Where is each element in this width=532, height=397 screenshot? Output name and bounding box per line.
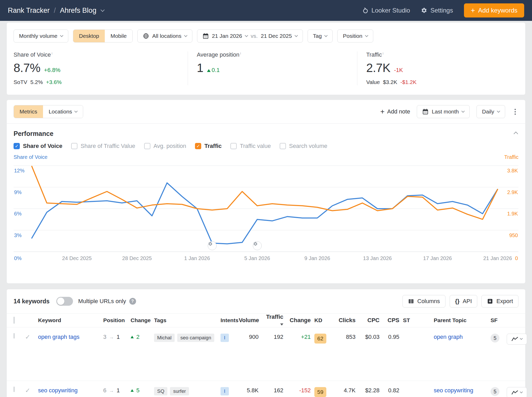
arrow-right-icon: → xyxy=(109,334,114,340)
volume-dropdown[interactable]: Monthly volume xyxy=(14,29,68,43)
sov-value: 8.7% xyxy=(14,61,40,75)
checkbox-traffic[interactable]: ✓Traffic xyxy=(195,143,222,149)
api-button[interactable]: {} API xyxy=(450,295,478,308)
add-keywords-button[interactable]: + Add keywords xyxy=(464,3,524,17)
columns-button[interactable]: Columns xyxy=(402,295,445,308)
note-marker-icon[interactable] xyxy=(208,241,217,250)
right-axis-zero-tick: 0 xyxy=(515,255,518,261)
calendar-icon xyxy=(422,109,429,115)
keywords-panel: 14 keywords Multiple URLs only ? Columns… xyxy=(7,289,525,397)
col-traffic[interactable]: Traffic xyxy=(262,314,287,327)
info-icon[interactable]: i xyxy=(240,51,241,55)
position-dropdown[interactable]: Position xyxy=(337,29,373,43)
col-sf[interactable]: SF xyxy=(491,317,507,323)
export-icon xyxy=(487,298,493,304)
col-cps[interactable]: CPS xyxy=(383,317,403,324)
checkbox-empty-icon xyxy=(71,143,77,149)
left-axis-title: Share of Voice xyxy=(14,154,47,160)
chevron-down-icon[interactable] xyxy=(100,8,105,12)
sf-badge[interactable]: 5 xyxy=(491,334,499,342)
col-st[interactable]: ST xyxy=(403,317,434,323)
help-icon[interactable]: ? xyxy=(129,298,136,305)
performance-title: Performance xyxy=(14,130,53,137)
col-parent-topic[interactable]: Parent Topic xyxy=(434,317,491,323)
col-tags[interactable]: Tags xyxy=(154,317,221,323)
range-dropdown[interactable]: Last month xyxy=(417,105,470,118)
checkbox-traffic-value[interactable]: Traffic value xyxy=(230,143,271,149)
checkbox-search-volume[interactable]: Search volume xyxy=(280,143,327,149)
avg-pos-delta: 0.1 xyxy=(212,67,220,73)
stat-traffic: Traffici 2.7K -1K Value $3.2K -$1.2K xyxy=(357,51,518,85)
position-change: 5 xyxy=(136,387,139,394)
add-note-button[interactable]: + Add note xyxy=(380,107,410,116)
more-options-icon[interactable] xyxy=(512,107,518,116)
intent-badge[interactable]: I xyxy=(221,387,229,395)
filter-row: Monthly volume Desktop Mobile All locati… xyxy=(7,23,525,43)
app-title[interactable]: Rank Tracker xyxy=(8,7,50,15)
series-share-of-voice xyxy=(32,183,498,244)
looker-studio-link[interactable]: Looker Studio xyxy=(363,7,410,14)
tag-dropdown[interactable]: Tag xyxy=(308,29,333,43)
sf-badge[interactable]: 5 xyxy=(491,387,499,396)
collapse-chevron-icon[interactable] xyxy=(514,131,518,136)
x-axis-date-label: 13 Jan 2026 xyxy=(363,255,392,261)
calendar-icon xyxy=(203,33,209,39)
settings-link[interactable]: Settings xyxy=(421,7,453,14)
chevron-down-icon xyxy=(497,109,500,113)
checkbox-share-of-traffic-value[interactable]: Share of Traffic Value xyxy=(71,143,135,149)
parent-topic-link[interactable]: open graph xyxy=(434,334,463,340)
left-axis-tick: 3% xyxy=(14,232,22,238)
avg-pos-label: Average position xyxy=(197,51,240,58)
device-tab-mobile[interactable]: Mobile xyxy=(105,30,132,42)
keyword-link[interactable]: seo copywriting xyxy=(38,387,78,394)
tab-metrics[interactable]: Metrics xyxy=(14,105,43,118)
multiple-urls-toggle[interactable] xyxy=(56,297,73,306)
sparkline-icon xyxy=(511,336,518,342)
row-checkbox[interactable] xyxy=(14,387,15,392)
kd-badge: 59 xyxy=(314,387,326,397)
line-chart-plot[interactable]: 12%9%6%3%3.8K2.9K1.9K9500%024 Dec 202528… xyxy=(14,162,518,279)
chart-canvas xyxy=(14,162,518,262)
col-traffic-change[interactable]: Change xyxy=(287,317,314,324)
col-volume[interactable]: Volume xyxy=(239,317,262,324)
checkbox-avg-position[interactable]: Avg. position xyxy=(144,143,186,149)
tag-chip[interactable]: Michal xyxy=(154,334,175,342)
keyword-link[interactable]: open graph tags xyxy=(38,334,80,340)
row-checkbox[interactable] xyxy=(14,333,15,339)
select-all-checkbox[interactable] xyxy=(14,317,15,324)
date-compare-picker[interactable]: 21 Jan 2026 vs. 21 Dec 2025 xyxy=(197,29,303,43)
tag-chip[interactable]: seo campaign xyxy=(177,334,214,342)
sov-label: Share of Voice xyxy=(14,51,51,58)
col-intents[interactable]: Intents xyxy=(221,317,239,323)
chevron-down-icon xyxy=(60,34,63,37)
serp-history-button[interactable] xyxy=(507,334,527,345)
note-marker-icon[interactable] xyxy=(253,241,262,250)
col-change[interactable]: Change xyxy=(131,317,154,323)
cps-value: 0.82 xyxy=(383,387,403,394)
gear-icon xyxy=(421,7,427,14)
device-tab-desktop[interactable]: Desktop xyxy=(73,30,105,42)
breadcrumb-separator: / xyxy=(54,7,56,15)
right-axis-tick: 2.9K xyxy=(507,189,518,195)
tag-chip[interactable]: SQ xyxy=(154,387,167,395)
stat-average-position: Average positioni 1 0.1 xyxy=(188,51,357,85)
tag-chip[interactable]: surfer xyxy=(170,387,189,395)
granularity-dropdown[interactable]: Daily xyxy=(476,105,505,118)
col-cpc[interactable]: CPC xyxy=(359,317,383,324)
serp-history-button[interactable] xyxy=(507,387,527,397)
info-icon[interactable]: i xyxy=(383,51,383,55)
col-kd[interactable]: KD xyxy=(314,317,333,323)
col-position[interactable]: Position xyxy=(103,317,131,323)
project-name[interactable]: Ahrefs Blog xyxy=(60,7,96,15)
checkbox-share-of-voice[interactable]: ✓Share of Voice xyxy=(14,143,62,149)
col-keyword[interactable]: Keyword xyxy=(38,317,103,323)
col-clicks[interactable]: Clicks xyxy=(333,317,359,324)
chart-panel: Metrics Locations + Add note Last month … xyxy=(7,100,525,283)
info-icon[interactable]: i xyxy=(52,51,52,55)
export-button[interactable]: Export xyxy=(481,295,518,308)
locations-dropdown[interactable]: All locations xyxy=(137,29,192,43)
tab-locations[interactable]: Locations xyxy=(43,105,83,118)
intent-badge[interactable]: I xyxy=(221,334,229,342)
parent-topic-link[interactable]: seo copywriting xyxy=(434,387,473,394)
volume-value: 900 xyxy=(239,334,262,340)
